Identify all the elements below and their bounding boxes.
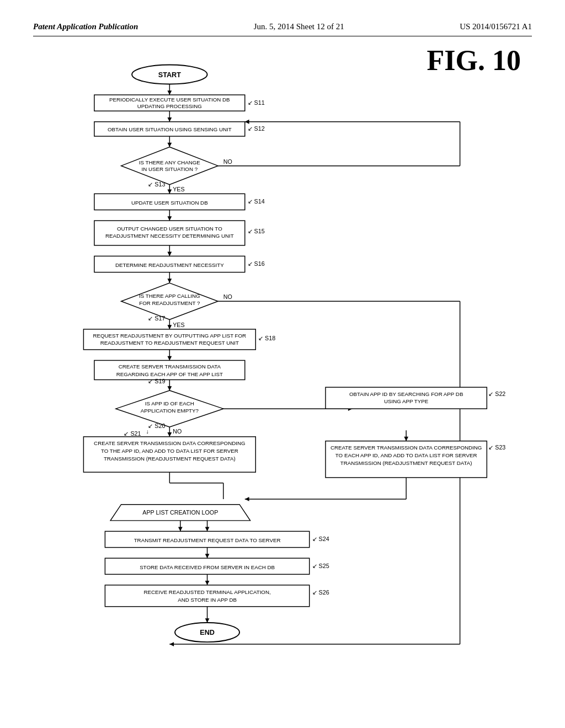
svg-text:↙ S22: ↙ S22 [488,390,505,397]
svg-marker-52 [205,581,210,585]
svg-text:START: START [158,71,182,79]
svg-text:READJUSTMENT TO READJUSTMENT R: READJUSTMENT TO READJUSTMENT REQUEST UNI… [100,340,239,346]
svg-marker-33 [348,406,353,411]
svg-text:↙ S17: ↙ S17 [148,315,165,322]
svg-text:FOR READJUSTMENT ?: FOR READJUSTMENT ? [139,300,200,306]
svg-text:APP LIST CREATION LOOP: APP LIST CREATION LOOP [142,509,218,516]
svg-text:AND STORE IN APP DB: AND STORE IN APP DB [178,597,237,603]
svg-text:READJUSTMENT NECESSITY DETERMI: READJUSTMENT NECESSITY DETERMINING UNIT [105,233,234,239]
svg-text:↙ S12: ↙ S12 [248,125,265,132]
svg-rect-82 [83,329,255,350]
svg-marker-40 [404,437,408,441]
svg-text:YES: YES [173,322,184,328]
svg-rect-113 [105,558,309,574]
svg-marker-1 [167,90,172,95]
svg-rect-68 [94,194,245,210]
svg-rect-75 [94,256,245,272]
svg-rect-116 [105,585,309,607]
svg-text:STORE DATA RECEIVED FROM SERVE: STORE DATA RECEIVED FROM SERVER IN EACH … [140,564,275,570]
svg-marker-3 [167,117,172,122]
svg-marker-29 [167,356,172,361]
svg-text:↙ S19: ↙ S19 [148,378,165,384]
svg-marker-12 [167,190,172,194]
svg-rect-86 [94,360,245,379]
svg-marker-23 [169,642,174,646]
svg-rect-61 [94,122,245,136]
svg-text:REGARDING EACH APP OF THE APP : REGARDING EACH APP OF THE APP LIST [116,371,223,377]
svg-text:↓: ↓ [146,428,148,435]
svg-text:↙ S24: ↙ S24 [312,536,329,542]
svg-marker-90 [116,390,223,427]
svg-text:↙ S15: ↙ S15 [248,228,265,234]
svg-text:↙ S14: ↙ S14 [248,198,265,205]
svg-text:REQUEST READJUSTMENT BY OUTPUT: REQUEST READJUSTMENT BY OUTPUTTING APP L… [93,333,247,339]
svg-text:UPDATING PROCESSING: UPDATING PROCESSING [137,103,202,109]
svg-text:NO: NO [223,158,232,165]
page: Patent Application Publication Jun. 5, 2… [0,0,565,728]
svg-text:↙ S18: ↙ S18 [258,335,275,341]
svg-text:TO THE APP ID, AND ADD TO DATA: TO THE APP ID, AND ADD TO DATA LIST FOR … [101,448,238,454]
svg-text:TRANSMIT READJUSTMENT REQUEST : TRANSMIT READJUSTMENT REQUEST DATA TO SE… [134,537,281,543]
header-patent-number: US 2014/0156721 A1 [460,22,532,31]
svg-rect-99 [326,387,487,409]
svg-rect-71 [94,221,245,245]
svg-text:CREATE SERVER TRANSMISSION DAT: CREATE SERVER TRANSMISSION DATA CORRESPO… [94,440,245,446]
svg-text:OBTAIN APP ID BY SEARCHING FOR: OBTAIN APP ID BY SEARCHING FOR APP DB [349,391,463,397]
svg-text:END: END [200,629,215,636]
svg-text:RECEIVE READJUSTED TERMINAL AP: RECEIVE READJUSTED TERMINAL APPLICATION, [143,589,270,595]
svg-text:NO: NO [173,428,182,435]
svg-marker-50 [205,554,210,558]
page-header: Patent Application Publication Jun. 5, 2… [33,22,532,36]
svg-text:↙ S11: ↙ S11 [248,99,265,106]
svg-text:APPLICATION EMPTY?: APPLICATION EMPTY? [141,408,199,414]
svg-marker-31 [167,386,172,390]
svg-marker-64 [121,147,218,185]
svg-marker-123 [178,527,183,532]
svg-text:YES: YES [353,401,364,408]
svg-text:↙ S26: ↙ S26 [312,589,329,596]
svg-point-120 [175,623,239,642]
svg-text:NO: NO [223,293,232,300]
svg-text:IS THERE ANY CHANGE: IS THERE ANY CHANGE [139,159,201,165]
svg-text:PERIODICALLY EXECUTE USER SITU: PERIODICALLY EXECUTE USER SITUATION DB [109,97,230,103]
svg-marker-36 [167,432,172,437]
svg-rect-110 [105,531,309,547]
svg-marker-54 [205,618,210,623]
svg-text:USING APP TYPE: USING APP TYPE [384,398,429,404]
svg-text:↙ S13: ↙ S13 [148,181,165,188]
svg-marker-5 [167,143,172,147]
svg-marker-44 [245,497,249,501]
svg-text:↙ S16: ↙ S16 [248,260,265,267]
svg-text:TRANSMISSION (READJUSTMENT REQ: TRANSMISSION (READJUSTMENT REQUEST DATA) [104,456,236,462]
header-publication-type: Patent Application Publication [33,22,138,31]
svg-rect-103 [326,441,487,478]
svg-marker-19 [167,279,172,283]
svg-text:CREATE SERVER TRANSMISSION DAT: CREATE SERVER TRANSMISSION DATA [119,363,221,370]
svg-marker-26 [167,325,172,329]
svg-text:UPDATE USER SITUATION DB: UPDATE USER SITUATION DB [131,200,208,206]
svg-rect-57 [94,95,245,111]
svg-text:OUTPUT CHANGED USER SITUATION : OUTPUT CHANGED USER SITUATION TO [117,226,222,232]
svg-marker-15 [167,216,172,221]
svg-text:YES: YES [173,186,184,192]
svg-text:↙ S25: ↙ S25 [312,563,329,569]
svg-marker-17 [167,252,172,256]
svg-rect-94 [83,437,255,472]
flowchart: NO YES NO YES [33,53,532,687]
svg-text:↙ S20: ↙ S20 [148,422,165,429]
svg-marker-48 [205,527,210,532]
svg-marker-9 [245,120,249,124]
svg-text:TO EACH APP ID, AND ADD TO DAT: TO EACH APP ID, AND ADD TO DATA LIST FOR… [335,452,477,458]
svg-text:DETERMINE READJUSTMENT NECESSI: DETERMINE READJUSTMENT NECESSITY [115,262,224,268]
svg-text:TRANSMISSION (READJUSTMENT REQ: TRANSMISSION (READJUSTMENT REQUEST DATA) [340,460,472,466]
svg-text:CREATE SERVER TRANSMISSION DAT: CREATE SERVER TRANSMISSION DATA CORRESPO… [331,445,482,451]
svg-marker-108 [110,505,250,521]
svg-text:IN USER SITUATION ?: IN USER SITUATION ? [142,166,198,172]
svg-text:↙ S21: ↙ S21 [124,430,141,437]
svg-text:IS THERE APP CALLING: IS THERE APP CALLING [139,293,200,299]
svg-text:OBTAIN USER SITUATION USING SE: OBTAIN USER SITUATION USING SENSING UNIT [108,126,232,132]
svg-text:IS APP ID OF EACH: IS APP ID OF EACH [145,400,194,406]
svg-point-55 [132,65,207,84]
header-date-sheet: Jun. 5, 2014 Sheet 12 of 21 [254,22,344,31]
svg-marker-78 [121,283,218,319]
